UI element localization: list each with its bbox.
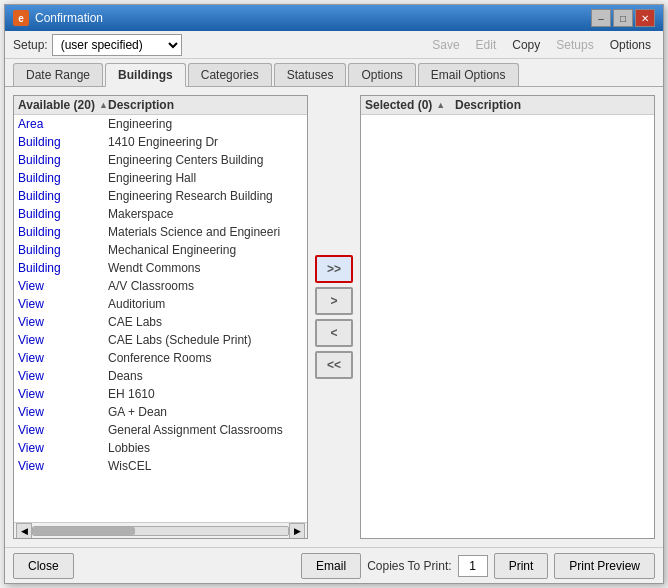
list-item[interactable]: Building Mechanical Engineering: [14, 241, 307, 259]
list-item-type: View: [18, 297, 108, 311]
setup-section: Setup: (user specified): [13, 34, 428, 56]
minimize-button[interactable]: –: [591, 9, 611, 27]
list-item-desc: Engineering Centers Building: [108, 153, 303, 167]
list-item[interactable]: Building Wendt Commons: [14, 259, 307, 277]
tab-options[interactable]: Options: [348, 63, 415, 86]
transfer-one-left-button[interactable]: <: [315, 319, 353, 347]
list-item-desc: CAE Labs: [108, 315, 303, 329]
list-item[interactable]: View GA + Dean: [14, 403, 307, 421]
list-item-desc: 1410 Engineering Dr: [108, 135, 303, 149]
list-item[interactable]: View EH 1610: [14, 385, 307, 403]
list-item-desc: EH 1610: [108, 387, 303, 401]
available-scrollbar[interactable]: ◀ ▶: [14, 522, 307, 538]
list-item[interactable]: Building 1410 Engineering Dr: [14, 133, 307, 151]
email-button[interactable]: Email: [301, 553, 361, 579]
save-menu[interactable]: Save: [428, 36, 463, 54]
scrollbar-track[interactable]: [32, 526, 289, 536]
list-item-type: View: [18, 315, 108, 329]
list-item-desc: WisCEL: [108, 459, 303, 473]
footer-right: Email Copies To Print: Print Print Previ…: [301, 553, 655, 579]
sort-arrow-available: ▲: [99, 100, 108, 110]
copies-input[interactable]: [458, 555, 488, 577]
transfer-one-right-button[interactable]: >: [315, 287, 353, 315]
tab-email-options[interactable]: Email Options: [418, 63, 519, 86]
list-item-type: Building: [18, 261, 108, 275]
list-item-desc: Materials Science and Engineeri: [108, 225, 303, 239]
list-item-desc: Lobbies: [108, 441, 303, 455]
list-item-type: View: [18, 351, 108, 365]
list-item[interactable]: View CAE Labs: [14, 313, 307, 331]
list-item[interactable]: View Conference Rooms: [14, 349, 307, 367]
scroll-left-arrow[interactable]: ◀: [16, 523, 32, 539]
list-item[interactable]: View CAE Labs (Schedule Print): [14, 331, 307, 349]
list-item-type: View: [18, 423, 108, 437]
list-item-type: View: [18, 279, 108, 293]
list-item[interactable]: Building Engineering Centers Building: [14, 151, 307, 169]
transfer-all-left-button[interactable]: <<: [315, 351, 353, 379]
list-item-type: Building: [18, 189, 108, 203]
list-item-type: Building: [18, 207, 108, 221]
setup-dropdown[interactable]: (user specified): [52, 34, 182, 56]
list-item-type: View: [18, 369, 108, 383]
sort-arrow-selected: ▲: [436, 100, 445, 110]
window-title: Confirmation: [35, 11, 103, 25]
main-window: e Confirmation – □ ✕ Setup: (user specif…: [4, 4, 664, 584]
tab-statuses[interactable]: Statuses: [274, 63, 347, 86]
transfer-all-right-button[interactable]: >>: [315, 255, 353, 283]
list-item-desc: Deans: [108, 369, 303, 383]
print-button[interactable]: Print: [494, 553, 549, 579]
list-item-desc: Auditorium: [108, 297, 303, 311]
available-list-body[interactable]: Area Engineering Building 1410 Engineeri…: [14, 115, 307, 522]
list-item-desc: General Assignment Classrooms: [108, 423, 303, 437]
list-item[interactable]: Building Engineering Research Building: [14, 187, 307, 205]
list-item-desc: Engineering Hall: [108, 171, 303, 185]
footer: Close Email Copies To Print: Print Print…: [5, 547, 663, 583]
close-window-button[interactable]: ✕: [635, 9, 655, 27]
list-item[interactable]: View A/V Classrooms: [14, 277, 307, 295]
list-item-desc: Makerspace: [108, 207, 303, 221]
setups-menu[interactable]: Setups: [552, 36, 597, 54]
print-preview-button[interactable]: Print Preview: [554, 553, 655, 579]
list-item[interactable]: View Lobbies: [14, 439, 307, 457]
setup-label: Setup:: [13, 38, 48, 52]
list-item-type: Building: [18, 243, 108, 257]
close-button[interactable]: Close: [13, 553, 74, 579]
list-item-type: View: [18, 405, 108, 419]
list-item[interactable]: View WisCEL: [14, 457, 307, 475]
list-item[interactable]: Building Engineering Hall: [14, 169, 307, 187]
available-panel: Available (20) ▲ Description Area Engine…: [13, 95, 308, 539]
list-item[interactable]: View Auditorium: [14, 295, 307, 313]
list-item[interactable]: Building Materials Science and Engineeri: [14, 223, 307, 241]
content-area: Available (20) ▲ Description Area Engine…: [5, 87, 663, 547]
edit-menu[interactable]: Edit: [472, 36, 501, 54]
available-header-col2: Description: [108, 98, 303, 112]
lists-area: Available (20) ▲ Description Area Engine…: [13, 95, 655, 539]
available-header-col1: Available (20) ▲: [18, 98, 108, 112]
selected-list-body[interactable]: [361, 115, 654, 538]
selected-header-col2: Description: [455, 98, 650, 112]
menubar-actions: Save Edit Copy Setups Options: [428, 36, 655, 54]
maximize-button[interactable]: □: [613, 9, 633, 27]
available-header: Available (20) ▲ Description: [14, 96, 307, 115]
scroll-right-arrow[interactable]: ▶: [289, 523, 305, 539]
list-item[interactable]: Area Engineering: [14, 115, 307, 133]
list-item[interactable]: View Deans: [14, 367, 307, 385]
list-item[interactable]: Building Makerspace: [14, 205, 307, 223]
selected-header-col1: Selected (0) ▲: [365, 98, 455, 112]
list-item-desc: Engineering Research Building: [108, 189, 303, 203]
scrollbar-thumb: [33, 527, 135, 535]
tab-categories[interactable]: Categories: [188, 63, 272, 86]
tab-date-range[interactable]: Date Range: [13, 63, 103, 86]
options-menu[interactable]: Options: [606, 36, 655, 54]
list-item-desc: GA + Dean: [108, 405, 303, 419]
app-icon: e: [13, 10, 29, 26]
list-item[interactable]: View General Assignment Classrooms: [14, 421, 307, 439]
list-item-desc: Mechanical Engineering: [108, 243, 303, 257]
list-item-desc: Conference Rooms: [108, 351, 303, 365]
list-item-type: View: [18, 387, 108, 401]
tab-buildings[interactable]: Buildings: [105, 63, 186, 87]
list-item-type: Building: [18, 171, 108, 185]
selected-panel: Selected (0) ▲ Description: [360, 95, 655, 539]
list-item-type: View: [18, 459, 108, 473]
copy-menu[interactable]: Copy: [508, 36, 544, 54]
